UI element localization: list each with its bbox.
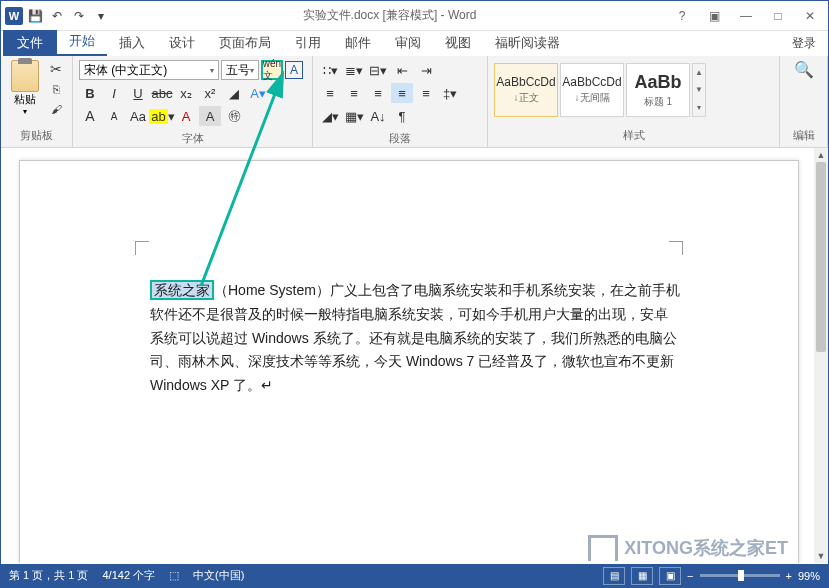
ribbon-display-button[interactable]: ▣ [700, 6, 728, 26]
word-count[interactable]: 4/142 个字 [102, 568, 155, 583]
grow-font-button[interactable]: A [79, 106, 101, 126]
copy-button[interactable]: ⎘ [46, 80, 66, 98]
style-name: ↓正文 [514, 91, 539, 105]
gallery-up-button[interactable]: ▲ [693, 64, 705, 81]
cut-button[interactable]: ✂ [46, 60, 66, 78]
align-left-button[interactable]: ≡ [319, 83, 341, 103]
bold-button[interactable]: B [79, 83, 101, 103]
zoom-knob[interactable] [738, 570, 744, 581]
web-layout-button[interactable]: ▣ [659, 567, 681, 585]
minimize-button[interactable]: — [732, 6, 760, 26]
font-color-button[interactable]: A [175, 106, 197, 126]
print-layout-button[interactable]: ▦ [631, 567, 653, 585]
char-border-button[interactable]: A [285, 61, 303, 79]
style-gallery-scroll: ▲ ▼ ▾ [692, 63, 706, 117]
clear-format-button[interactable]: ◢ [223, 83, 245, 103]
font-size-select[interactable]: 五号▾ [221, 60, 259, 80]
style-name: 标题 1 [644, 95, 672, 109]
italic-button[interactable]: I [103, 83, 125, 103]
undo-button[interactable]: ↶ [47, 6, 67, 26]
scroll-thumb[interactable] [816, 162, 826, 352]
tab-file[interactable]: 文件 [3, 30, 57, 56]
group-font: 宋体 (中文正文)▾ 五号▾ wén 文 A B I U abc x₂ x² ◢… [73, 56, 313, 147]
phonetic-guide-button[interactable]: wén 文 [261, 60, 283, 80]
multilevel-button[interactable]: ⊟▾ [367, 60, 389, 80]
tab-insert[interactable]: 插入 [107, 30, 157, 56]
tab-design[interactable]: 设计 [157, 30, 207, 56]
group-clipboard: 粘贴 ▾ ✂ ⎘ 🖌 剪贴板 [1, 56, 73, 147]
show-marks-button[interactable]: ¶ [391, 106, 413, 126]
tab-review[interactable]: 审阅 [383, 30, 433, 56]
font-name-select[interactable]: 宋体 (中文正文)▾ [79, 60, 219, 80]
maximize-button[interactable]: □ [764, 6, 792, 26]
group-editing: 🔍 编辑 [780, 56, 828, 147]
style-nospacing[interactable]: AaBbCcDd ↓无间隔 [560, 63, 624, 117]
char-shading-button[interactable]: A [199, 106, 221, 126]
decrease-indent-button[interactable]: ⇤ [391, 60, 413, 80]
tab-home[interactable]: 开始 [57, 28, 107, 56]
subscript-button[interactable]: x₂ [175, 83, 197, 103]
language-button[interactable]: 中文(中国) [193, 568, 244, 583]
save-button[interactable]: 💾 [25, 6, 45, 26]
numbering-button[interactable]: ≣▾ [343, 60, 365, 80]
style-preview: AaBbCcDd [562, 75, 621, 89]
page[interactable]: 系统之家（Home System）广义上包含了电脑系统安装和手机系统安装，在之前… [19, 160, 799, 563]
style-preview: AaBb [634, 72, 681, 93]
paragraph-text[interactable]: （Home System）广义上包含了电脑系统安装和手机系统安装，在之前手机软件… [150, 282, 680, 393]
tab-mail[interactable]: 邮件 [333, 30, 383, 56]
body-paragraph[interactable]: 系统之家（Home System）广义上包含了电脑系统安装和手机系统安装，在之前… [150, 279, 680, 398]
tab-view[interactable]: 视图 [433, 30, 483, 56]
close-button[interactable]: ✕ [796, 6, 824, 26]
distributed-button[interactable]: ≡ [415, 83, 437, 103]
line-spacing-button[interactable]: ‡▾ [439, 83, 461, 103]
scroll-down-button[interactable]: ▼ [814, 549, 828, 563]
qat-customize-button[interactable]: ▾ [91, 6, 111, 26]
scroll-up-button[interactable]: ▲ [814, 148, 828, 162]
read-mode-button[interactable]: ▤ [603, 567, 625, 585]
format-painter-button[interactable]: 🖌 [46, 100, 66, 118]
borders-button[interactable]: ▦▾ [343, 106, 365, 126]
enclose-char-button[interactable]: ㊕ [223, 106, 245, 126]
window-controls: ? ▣ — □ ✕ [668, 6, 824, 26]
style-normal[interactable]: AaBbCcDd ↓正文 [494, 63, 558, 117]
paste-button[interactable]: 粘贴 ▾ [7, 60, 42, 126]
shading-button[interactable]: ◢▾ [319, 106, 341, 126]
change-case-button[interactable]: Aa [127, 106, 149, 126]
justify-button[interactable]: ≡ [391, 83, 413, 103]
increase-indent-button[interactable]: ⇥ [415, 60, 437, 80]
scroll-track[interactable] [816, 162, 826, 549]
text-effects-button[interactable]: A▾ [247, 83, 269, 103]
font-size-value: 五号 [226, 62, 250, 79]
selected-text[interactable]: 系统之家 [150, 280, 214, 300]
style-heading1[interactable]: AaBb 标题 1 [626, 63, 690, 117]
find-button[interactable]: 🔍 [786, 60, 821, 79]
tab-layout[interactable]: 页面布局 [207, 30, 283, 56]
align-right-button[interactable]: ≡ [367, 83, 389, 103]
strikethrough-button[interactable]: abc [151, 83, 173, 103]
group-paragraph: ∷▾ ≣▾ ⊟▾ ⇤ ⇥ ≡ ≡ ≡ ≡ ≡ ‡▾ ◢▾ ▦▾ A↓ ¶ 段落 [313, 56, 488, 147]
proofing-button[interactable]: ⬚ [169, 569, 179, 582]
ribbon: 粘贴 ▾ ✂ ⎘ 🖌 剪贴板 宋体 (中文正文)▾ 五号▾ wén 文 A [1, 56, 828, 148]
document-area[interactable]: 系统之家（Home System）广义上包含了电脑系统安装和手机系统安装，在之前… [1, 148, 814, 563]
tab-references[interactable]: 引用 [283, 30, 333, 56]
shrink-font-button[interactable]: A [103, 106, 125, 126]
vertical-scrollbar[interactable]: ▲ ▼ [814, 148, 828, 563]
redo-button[interactable]: ↷ [69, 6, 89, 26]
sort-button[interactable]: A↓ [367, 106, 389, 126]
zoom-out-button[interactable]: − [687, 570, 693, 582]
help-button[interactable]: ? [668, 6, 696, 26]
zoom-in-button[interactable]: + [786, 570, 792, 582]
bullets-button[interactable]: ∷▾ [319, 60, 341, 80]
zoom-level[interactable]: 99% [798, 570, 820, 582]
tab-foxit[interactable]: 福昕阅读器 [483, 30, 572, 56]
align-center-button[interactable]: ≡ [343, 83, 365, 103]
zoom-slider[interactable] [700, 574, 780, 577]
underline-button[interactable]: U [127, 83, 149, 103]
word-app-icon[interactable]: W [5, 7, 23, 25]
superscript-button[interactable]: x² [199, 83, 221, 103]
login-button[interactable]: 登录 [782, 31, 826, 56]
gallery-down-button[interactable]: ▼ [693, 81, 705, 98]
highlight-button[interactable]: ab▾ [151, 106, 173, 126]
gallery-more-button[interactable]: ▾ [693, 99, 705, 116]
page-indicator[interactable]: 第 1 页，共 1 页 [9, 568, 88, 583]
